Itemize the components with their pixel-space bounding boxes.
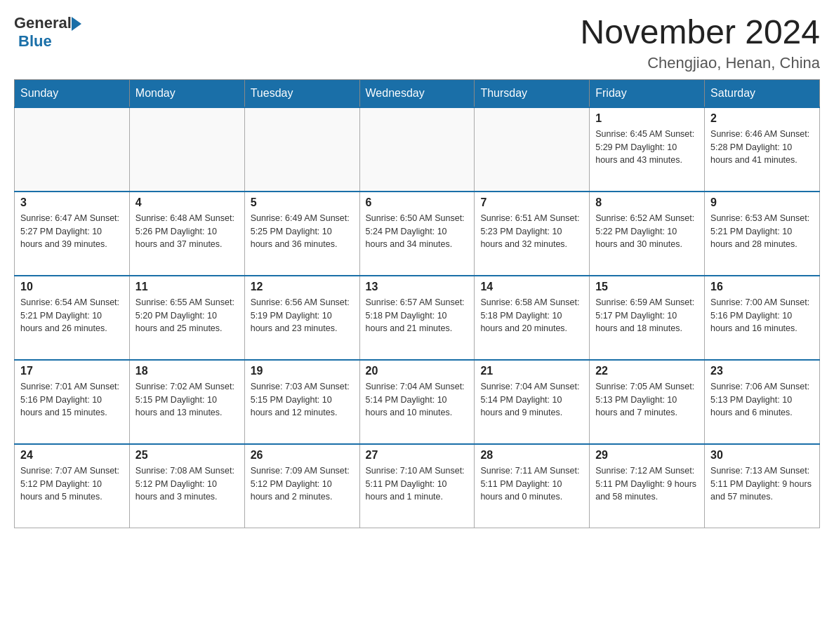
col-wednesday: Wednesday [359,79,475,107]
day-cell [475,107,590,192]
col-friday: Friday [590,79,705,107]
calendar-header-row: Sunday Monday Tuesday Wednesday Thursday… [15,79,820,107]
day-cell: 15Sunrise: 6:59 AM Sunset: 5:17 PM Dayli… [590,276,705,360]
day-number: 21 [480,365,583,377]
day-cell: 17Sunrise: 7:01 AM Sunset: 5:16 PM Dayli… [15,360,130,444]
day-number: 2 [710,112,814,125]
calendar-table: Sunday Monday Tuesday Wednesday Thursday… [14,79,820,529]
day-number: 30 [710,449,814,462]
day-cell: 16Sunrise: 7:00 AM Sunset: 5:16 PM Dayli… [705,276,820,360]
day-cell: 27Sunrise: 7:10 AM Sunset: 5:11 PM Dayli… [359,444,475,528]
calendar-title-section: November 2024 Chengjiao, Henan, China [580,14,820,72]
day-info: Sunrise: 7:07 AM Sunset: 5:12 PM Dayligh… [20,464,124,504]
day-cell: 12Sunrise: 6:56 AM Sunset: 5:19 PM Dayli… [244,276,359,360]
day-info: Sunrise: 7:11 AM Sunset: 5:11 PM Dayligh… [480,464,583,504]
day-info: Sunrise: 6:59 AM Sunset: 5:17 PM Dayligh… [595,296,699,335]
day-number: 24 [20,449,124,462]
day-info: Sunrise: 7:04 AM Sunset: 5:14 PM Dayligh… [480,380,583,420]
day-number: 10 [20,281,124,293]
day-number: 16 [710,281,814,293]
day-cell [15,107,130,192]
day-info: Sunrise: 7:05 AM Sunset: 5:13 PM Dayligh… [595,380,699,420]
location-title: Chengjiao, Henan, China [580,54,820,72]
day-cell [244,107,359,192]
day-info: Sunrise: 7:12 AM Sunset: 5:11 PM Dayligh… [595,464,699,504]
day-cell: 1Sunrise: 6:45 AM Sunset: 5:29 PM Daylig… [590,107,705,192]
day-cell: 26Sunrise: 7:09 AM Sunset: 5:12 PM Dayli… [244,444,359,528]
day-info: Sunrise: 6:48 AM Sunset: 5:26 PM Dayligh… [135,212,239,251]
day-cell: 7Sunrise: 6:51 AM Sunset: 5:23 PM Daylig… [475,192,590,276]
day-cell [129,107,244,192]
day-info: Sunrise: 7:03 AM Sunset: 5:15 PM Dayligh… [251,380,354,420]
day-info: Sunrise: 7:08 AM Sunset: 5:12 PM Dayligh… [135,464,239,504]
logo-blue-text: Blue [18,32,52,50]
day-info: Sunrise: 7:02 AM Sunset: 5:15 PM Dayligh… [135,380,239,420]
col-sunday: Sunday [15,79,130,107]
day-cell: 8Sunrise: 6:52 AM Sunset: 5:22 PM Daylig… [590,192,705,276]
day-info: Sunrise: 6:53 AM Sunset: 5:21 PM Dayligh… [710,212,814,251]
day-cell: 24Sunrise: 7:07 AM Sunset: 5:12 PM Dayli… [15,444,130,528]
day-number: 1 [595,112,699,125]
week-row-5: 24Sunrise: 7:07 AM Sunset: 5:12 PM Dayli… [15,444,820,528]
day-info: Sunrise: 7:04 AM Sunset: 5:14 PM Dayligh… [366,380,469,420]
day-info: Sunrise: 6:58 AM Sunset: 5:18 PM Dayligh… [480,296,583,335]
week-row-3: 10Sunrise: 6:54 AM Sunset: 5:21 PM Dayli… [15,276,820,360]
week-row-4: 17Sunrise: 7:01 AM Sunset: 5:16 PM Dayli… [15,360,820,444]
logo-general-text: General [14,14,72,32]
day-number: 14 [480,281,583,293]
col-tuesday: Tuesday [244,79,359,107]
day-cell: 5Sunrise: 6:49 AM Sunset: 5:25 PM Daylig… [244,192,359,276]
day-cell: 11Sunrise: 6:55 AM Sunset: 5:20 PM Dayli… [129,276,244,360]
day-cell: 18Sunrise: 7:02 AM Sunset: 5:15 PM Dayli… [129,360,244,444]
day-cell: 13Sunrise: 6:57 AM Sunset: 5:18 PM Dayli… [359,276,475,360]
day-number: 3 [20,196,124,209]
day-cell: 6Sunrise: 6:50 AM Sunset: 5:24 PM Daylig… [359,192,475,276]
day-info: Sunrise: 6:56 AM Sunset: 5:19 PM Dayligh… [251,296,354,335]
col-saturday: Saturday [705,79,820,107]
day-number: 27 [366,449,469,462]
day-cell: 20Sunrise: 7:04 AM Sunset: 5:14 PM Dayli… [359,360,475,444]
day-number: 9 [710,196,814,209]
day-cell: 25Sunrise: 7:08 AM Sunset: 5:12 PM Dayli… [129,444,244,528]
day-cell [359,107,475,192]
day-info: Sunrise: 7:09 AM Sunset: 5:12 PM Dayligh… [251,464,354,504]
day-cell: 4Sunrise: 6:48 AM Sunset: 5:26 PM Daylig… [129,192,244,276]
day-cell: 30Sunrise: 7:13 AM Sunset: 5:11 PM Dayli… [705,444,820,528]
day-info: Sunrise: 6:47 AM Sunset: 5:27 PM Dayligh… [20,212,124,251]
day-number: 6 [366,196,469,209]
day-cell: 22Sunrise: 7:05 AM Sunset: 5:13 PM Dayli… [590,360,705,444]
logo: General Blue [14,14,81,51]
day-info: Sunrise: 6:57 AM Sunset: 5:18 PM Dayligh… [366,296,469,335]
day-info: Sunrise: 7:13 AM Sunset: 5:11 PM Dayligh… [710,464,814,504]
day-number: 26 [251,449,354,462]
day-cell: 2Sunrise: 6:46 AM Sunset: 5:28 PM Daylig… [705,107,820,192]
day-number: 20 [366,365,469,377]
day-number: 5 [251,196,354,209]
week-row-2: 3Sunrise: 6:47 AM Sunset: 5:27 PM Daylig… [15,192,820,276]
day-number: 11 [135,281,239,293]
day-info: Sunrise: 7:06 AM Sunset: 5:13 PM Dayligh… [710,380,814,420]
day-info: Sunrise: 7:10 AM Sunset: 5:11 PM Dayligh… [366,464,469,504]
day-number: 18 [135,365,239,377]
day-cell: 19Sunrise: 7:03 AM Sunset: 5:15 PM Dayli… [244,360,359,444]
day-number: 15 [595,281,699,293]
day-info: Sunrise: 7:00 AM Sunset: 5:16 PM Dayligh… [710,296,814,335]
day-info: Sunrise: 6:45 AM Sunset: 5:29 PM Dayligh… [595,128,699,167]
day-info: Sunrise: 7:01 AM Sunset: 5:16 PM Dayligh… [20,380,124,420]
day-cell: 14Sunrise: 6:58 AM Sunset: 5:18 PM Dayli… [475,276,590,360]
day-info: Sunrise: 6:46 AM Sunset: 5:28 PM Dayligh… [710,128,814,167]
day-cell: 23Sunrise: 7:06 AM Sunset: 5:13 PM Dayli… [705,360,820,444]
day-number: 28 [480,449,583,462]
day-cell: 3Sunrise: 6:47 AM Sunset: 5:27 PM Daylig… [15,192,130,276]
day-info: Sunrise: 6:52 AM Sunset: 5:22 PM Dayligh… [595,212,699,251]
day-info: Sunrise: 6:49 AM Sunset: 5:25 PM Dayligh… [251,212,354,251]
day-number: 4 [135,196,239,209]
day-number: 22 [595,365,699,377]
day-info: Sunrise: 6:50 AM Sunset: 5:24 PM Dayligh… [366,212,469,251]
day-number: 7 [480,196,583,209]
day-number: 29 [595,449,699,462]
day-number: 8 [595,196,699,209]
day-number: 12 [251,281,354,293]
day-number: 13 [366,281,469,293]
col-monday: Monday [129,79,244,107]
